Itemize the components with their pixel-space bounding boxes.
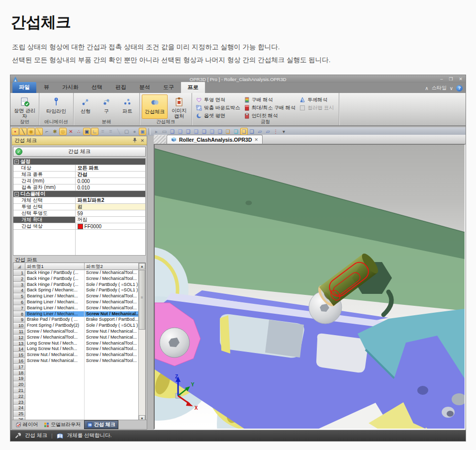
column-header-part1[interactable]: 파트명1 — [25, 263, 85, 270]
restore-button[interactable]: ❐ — [449, 75, 453, 83]
parts-table-row[interactable]: 13Long Screw Nut / Mech...Screw / Mechan… — [13, 341, 145, 347]
rect-view-icon[interactable]: ▭ — [161, 128, 168, 135]
clash-check-button[interactable]: 간섭체크 — [142, 94, 168, 119]
toolbar-dropdown-icon[interactable]: ▾ — [280, 128, 287, 135]
parts-table-empty-row[interactable]: 19 — [13, 375, 145, 381]
diagonal-icon[interactable]: ╲ — [115, 128, 122, 135]
parts-table-row[interactable]: 5Bearing Liner / Mechani...Screw / Mecha… — [13, 293, 145, 299]
parts-table-row[interactable]: 15Screw Nut / Mechanical...Screw / Mecha… — [13, 352, 145, 358]
scroll-up-icon[interactable]: ▲ — [139, 263, 145, 270]
parts-table-empty-row[interactable]: 17 — [13, 364, 145, 370]
highlight-cube-icon[interactable]: ❑ — [240, 128, 248, 135]
measure1-icon[interactable]: = — [99, 128, 106, 135]
document-tab-close-icon[interactable]: ✕ — [254, 137, 258, 142]
parts-table-row[interactable]: 12Screw / MechanicalTool...Screw Nut / M… — [13, 335, 145, 341]
parts-table-empty-row[interactable]: 22 — [13, 393, 145, 399]
ribbon-tab-선택[interactable]: 선택 — [85, 82, 109, 93]
iso-cube-3-icon[interactable]: ❑ — [185, 128, 192, 135]
parts-table-row[interactable]: 4Back Spring / Mechanic...Sole / PartBod… — [13, 287, 145, 293]
part-explode-button[interactable]: 파트 — [117, 94, 137, 119]
axis-corner-icon[interactable]: ∟ — [91, 128, 98, 135]
offset-plane-button[interactable]: 옵셋 평면 — [196, 112, 240, 119]
column-header-part2[interactable]: 파트명2 — [85, 263, 141, 270]
thickness-analysis-button[interactable]: 두께해석 — [299, 96, 334, 103]
run-clash-check-button[interactable]: ✓ 간섭 체크 — [13, 147, 146, 157]
help-icon[interactable]: ? — [456, 85, 463, 91]
ribbon-tab-가시화[interactable]: 가시화 — [56, 82, 85, 93]
measure2-icon[interactable]: = — [107, 128, 114, 135]
colormap-display-button[interactable]: 컬러맵 표시 — [299, 104, 334, 111]
undercut-analysis-button[interactable]: 언더컷 해석 — [244, 112, 295, 119]
style-dropdown[interactable]: 스타일 — [432, 85, 447, 91]
linear-explode-button[interactable]: 선형 — [76, 94, 95, 119]
parts-table-empty-row[interactable]: 23 — [13, 399, 145, 405]
timeline-button[interactable]: 타임라인 — [43, 94, 69, 119]
polyline-icon[interactable]: ⌐ — [43, 128, 51, 135]
fit-boundbox-button[interactable]: 맞춤 바운드박스 — [196, 104, 240, 111]
select-cube-icon[interactable]: ▣ — [139, 128, 146, 135]
draft-analysis-button[interactable]: 구배 해석 — [244, 96, 295, 103]
tab-layers[interactable]: 레이어 — [13, 421, 40, 429]
scroll-thumb[interactable] — [139, 270, 145, 330]
ribbon-tab-파일[interactable]: 파일 — [12, 82, 36, 93]
scene-manager-button[interactable]: 장면 관리자 — [12, 94, 37, 119]
parts-table-scrollbar[interactable]: ▲ ▼ — [138, 263, 145, 422]
iso-cube-4-icon[interactable]: ❑ — [192, 128, 200, 135]
parts-table-row[interactable]: 6Bearing Liner / Mechani...Screw / Mecha… — [13, 299, 145, 305]
pointer-icon[interactable]: ▸ — [153, 128, 160, 135]
line-icon[interactable]: ╲ — [19, 128, 27, 135]
point-icon[interactable]: ▪ — [11, 128, 19, 135]
red-nodes-icon[interactable]: ∴ — [75, 128, 83, 135]
parts-table-empty-row[interactable]: 21 — [13, 387, 145, 393]
parts-table-row[interactable]: 11Screw / MechanicalTool...Screw Nut / M… — [13, 329, 145, 335]
parts-table-row[interactable]: 3Back Hinge / PartBody (...Sole / PartBo… — [13, 282, 145, 288]
tab-clash-check[interactable]: 간섭 체크 — [84, 420, 118, 429]
parts-table-row[interactable]: 1Back Hinge / PartBody (...Screw / Mecha… — [13, 270, 145, 276]
ribbon-tab-편집[interactable]: 편집 — [109, 82, 133, 93]
red-cross-nodes-icon[interactable]: ✕ — [67, 128, 75, 135]
parts-table-empty-row[interactable]: 24 — [13, 405, 145, 411]
parts-table-row[interactable]: 14Long Screw Nut / Mech...Screw / Mechan… — [13, 346, 145, 352]
ribbon-tab-프로[interactable]: 프로 — [181, 82, 205, 93]
wire-cube-2-icon[interactable]: ▱ — [264, 128, 272, 135]
parts-table-empty-row[interactable]: 25 — [13, 411, 145, 417]
corner-sort-icon[interactable]: ◢ — [13, 263, 25, 270]
gray-box-icon[interactable]: ▢ — [123, 128, 130, 135]
pin-icon[interactable] — [133, 138, 137, 144]
style-chevron-down-icon[interactable]: ∨ — [450, 86, 453, 91]
solid-cube-icon[interactable]: ❑ — [248, 128, 256, 135]
gold-cube-icon[interactable]: ❑ — [224, 128, 232, 135]
iso-cube-7-icon[interactable]: ❑ — [216, 128, 224, 135]
minimize-button[interactable]: – — [440, 75, 443, 83]
document-tab[interactable]: Roller_ClashAnalysis.OPR3D ✕ — [167, 135, 263, 144]
iso-cube-5-icon[interactable]: ❑ — [200, 128, 208, 135]
collapse-ribbon-icon[interactable]: ∧ — [425, 86, 428, 91]
plane-icon[interactable]: ▣ — [83, 128, 91, 135]
gray-sphere-icon[interactable]: ● — [131, 128, 138, 135]
circle-icon[interactable]: ◎ — [59, 128, 67, 135]
ribbon-tab-도구[interactable]: 도구 — [157, 82, 181, 93]
wire-cube-1-icon[interactable]: ▱ — [256, 128, 264, 135]
setting-row-clash-color[interactable]: 간섭 색상 FF0000 — [13, 223, 145, 230]
multi-list-icon[interactable]: ⋮ — [272, 128, 280, 135]
sphere-nodes-icon[interactable]: ✱ — [51, 128, 59, 135]
tab-model-browser[interactable]: 모델브라우저 — [41, 421, 83, 429]
projected-area-button[interactable]: 투영 면적 — [196, 96, 240, 103]
parts-table-empty-row[interactable]: 20 — [13, 381, 145, 387]
ribbon-tab-분석[interactable]: 분석 — [133, 82, 157, 93]
circle-point-icon[interactable]: ◉ — [27, 128, 35, 135]
panel-close-icon[interactable]: ✕ — [140, 138, 144, 143]
parts-table-empty-row[interactable]: 18 — [13, 370, 145, 376]
iso-cube-2-icon[interactable]: ❑ — [177, 128, 184, 135]
ribbon-tab-뷰[interactable]: 뷰 — [37, 82, 56, 93]
parts-table-row[interactable]: 9Brake Pad / PartBody ( ...Brake Support… — [13, 317, 145, 323]
viewport-3d[interactable]: Z Y X — [154, 144, 466, 430]
parts-table-row[interactable]: 7Bearing Liner / Mechani...Screw / Mecha… — [13, 305, 145, 311]
parts-table-row[interactable]: 8Bearing Liner / Mechani...Screw Nut / M… — [13, 311, 145, 317]
parts-table-row[interactable]: 16Screw Nut / Mechanical...Screw / Mecha… — [13, 358, 145, 364]
image-capture-button[interactable]: 이미지 캡처 — [169, 94, 190, 119]
iso-cube-1-icon[interactable]: ❑ — [169, 128, 176, 135]
parts-table-row[interactable]: 10Front Spring / PartBody(2)Sole / PartB… — [13, 323, 145, 329]
minmax-draft-button[interactable]: 최대/최소 구배 해석 — [244, 104, 295, 111]
iso-cube-6-icon[interactable]: ❑ — [208, 128, 216, 135]
